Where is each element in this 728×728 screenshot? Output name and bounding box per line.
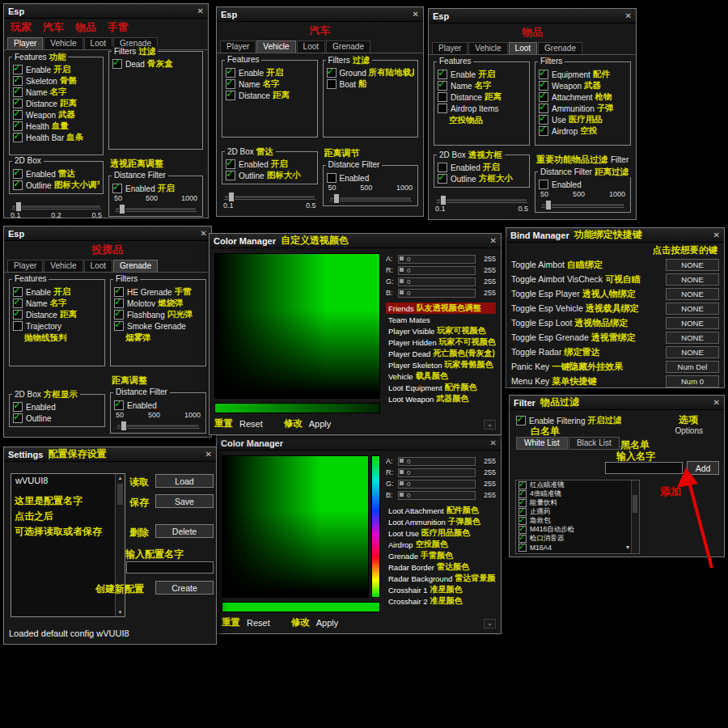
saturation-value-picker[interactable]	[214, 253, 380, 399]
checkbox-row[interactable]: Name 名字	[13, 87, 99, 98]
distance-slider[interactable]: 505001000	[114, 411, 202, 428]
checkbox-row[interactable]: Enable 开启	[13, 64, 99, 75]
keybind-button[interactable]: NONE	[666, 259, 719, 271]
close-icon[interactable]: ✕	[490, 236, 497, 245]
checkbox-row[interactable]: Enable 开启	[13, 286, 101, 298]
titlebar[interactable]: Esp ✕	[217, 7, 423, 22]
checkbox-row[interactable]: Enable 开启	[438, 69, 526, 80]
scroll-up-icon[interactable]: ▲	[118, 474, 123, 482]
checkbox-row[interactable]: Ground 所有陆地载具	[327, 67, 415, 78]
slider-track[interactable]: 0	[398, 266, 476, 275]
icon-size-slider[interactable]: 0.10.5	[222, 190, 318, 210]
slider-track[interactable]	[541, 203, 624, 207]
tab[interactable]: Vehicle	[44, 260, 83, 272]
channel-slider[interactable]: A: 0 255	[386, 455, 496, 467]
slider-track[interactable]: 0	[398, 468, 476, 477]
checkbox-row[interactable]: HE Grenade 手雷	[114, 286, 202, 298]
close-icon[interactable]: ✕	[713, 398, 720, 407]
create-button[interactable]: Create	[155, 581, 214, 595]
options-label[interactable]: Options	[675, 426, 703, 435]
close-icon[interactable]: ✕	[625, 11, 632, 20]
checkbox-row[interactable]: Outline	[13, 413, 101, 424]
keybind-button[interactable]: NONE	[666, 273, 719, 286]
save-button[interactable]: Save	[155, 494, 214, 508]
slider-thumb[interactable]	[228, 192, 235, 202]
titlebar[interactable]: Esp ✕	[429, 9, 636, 23]
checkbox-row[interactable]: Outline 图标大小调节	[13, 180, 99, 191]
keybind-button[interactable]: NONE	[666, 317, 719, 329]
checkbox-row[interactable]: Name 名字	[438, 80, 526, 91]
tab[interactable]: Player	[7, 260, 43, 272]
tab[interactable]: Loot	[84, 37, 112, 49]
color-target-row[interactable]: Player Dead 死亡颜色(骨灰盒)	[386, 348, 496, 359]
color-target-row[interactable]: Airdrop 空投颜色	[386, 539, 496, 550]
checkbox-row[interactable]: Enabled	[114, 400, 202, 411]
tab[interactable]: Grenade	[538, 42, 582, 54]
keybind-button[interactable]: Num Del	[666, 361, 719, 373]
titlebar[interactable]: Bind Manager 功能绑定快捷键 ✕	[506, 228, 724, 243]
color-target-row[interactable]: Team Mates	[386, 314, 496, 325]
tab[interactable]: Loot	[84, 260, 112, 272]
filter-item-row[interactable]: 红点瞄准镜 ▾	[516, 480, 639, 489]
slider-thumb[interactable]	[400, 290, 404, 294]
slider-track[interactable]: 0	[398, 255, 476, 264]
titlebar[interactable]: Color Manager ✕	[217, 436, 501, 451]
slider-thumb[interactable]	[545, 200, 552, 210]
color-target-row[interactable]: Player Visible 玩家可视颜色	[386, 325, 496, 336]
close-icon[interactable]: ✕	[201, 229, 207, 238]
tab[interactable]: Player	[220, 40, 256, 53]
slider-track[interactable]	[11, 205, 101, 209]
keybind-button[interactable]: NONE	[666, 332, 719, 344]
slider-thumb[interactable]	[333, 193, 340, 204]
slider-thumb[interactable]	[400, 256, 404, 260]
close-icon[interactable]: ✕	[490, 438, 497, 447]
tab[interactable]: Vehicle	[256, 40, 295, 53]
slider-track[interactable]	[436, 198, 527, 202]
color-target-row[interactable]: Radar Background 雷达背景颜色	[386, 573, 496, 584]
scrollbar-thumb[interactable]	[117, 484, 123, 505]
checkbox-row[interactable]: Equipment 配件	[539, 69, 627, 80]
scroll-down-icon[interactable]: ▼	[118, 608, 123, 616]
filter-item-row[interactable]: M416自动步枪 ▾	[516, 525, 639, 534]
color-target-row[interactable]: Loot Ammunition 子弹颜色	[386, 516, 496, 527]
tab[interactable]: Grenade	[113, 260, 158, 272]
scroll-down-icon[interactable]: ⌄	[484, 420, 496, 430]
tab[interactable]: Player	[432, 42, 468, 54]
checkbox-row[interactable]: Skeleton 骨骼	[13, 75, 99, 87]
tab[interactable]: Grenade	[326, 40, 370, 53]
checkbox-row[interactable]: Health Bar 血条	[13, 132, 99, 143]
apply-button[interactable]: Apply	[309, 419, 332, 429]
color-target-row[interactable]: Player Hidden 玩家不可视颜色	[386, 336, 496, 348]
checkbox-row[interactable]: Outline 方框大小	[438, 173, 526, 184]
color-target-row[interactable]: Loot Use 医疗用品颜色	[386, 527, 496, 539]
slider-track[interactable]	[329, 197, 413, 201]
tab[interactable]: Black List	[569, 437, 620, 450]
close-icon[interactable]: ✕	[713, 231, 720, 239]
slider-thumb[interactable]	[440, 195, 447, 205]
channel-slider[interactable]: B: 0 255	[386, 287, 496, 298]
checkbox-row[interactable]: Enabled	[539, 179, 627, 190]
color-target-row[interactable]: Player Skeleton 玩家骨骼颜色	[386, 359, 496, 370]
scroll-down-icon[interactable]: ⌄	[484, 619, 496, 629]
checkbox-row[interactable]: Distance 距离	[13, 98, 99, 109]
apply-button[interactable]: Apply	[316, 618, 339, 628]
slider-thumb[interactable]	[15, 201, 22, 212]
add-button[interactable]: Add	[687, 461, 719, 475]
checkbox-row[interactable]: Airdrop Items	[438, 103, 526, 114]
checkbox-row[interactable]: Name 名字	[226, 78, 314, 90]
distance-slider[interactable]: 505001000	[539, 190, 627, 207]
checkbox-row[interactable]: Distance 距离	[226, 90, 314, 101]
filter-item-row[interactable]: 急救包 ▾	[516, 516, 639, 525]
color-target-row[interactable]: Friends 队友透视颜色调整	[386, 303, 496, 314]
slider-track[interactable]	[116, 424, 200, 428]
tab[interactable]: Player	[7, 37, 43, 49]
channel-slider[interactable]: B: 0 255	[386, 489, 496, 501]
color-target-row[interactable]: Crosshair 1 准星颜色	[386, 584, 496, 595]
reset-button[interactable]: Reset	[239, 419, 263, 429]
channel-slider[interactable]: G: 0 255	[386, 276, 496, 287]
checkbox-row[interactable]: Enabled	[327, 172, 415, 184]
tab[interactable]: Vehicle	[468, 42, 507, 54]
slider-track[interactable]: 0	[398, 480, 476, 489]
distance-slider[interactable]: 505001000	[327, 184, 415, 201]
color-target-row[interactable]: Loot Equipment 配件颜色	[386, 382, 496, 393]
